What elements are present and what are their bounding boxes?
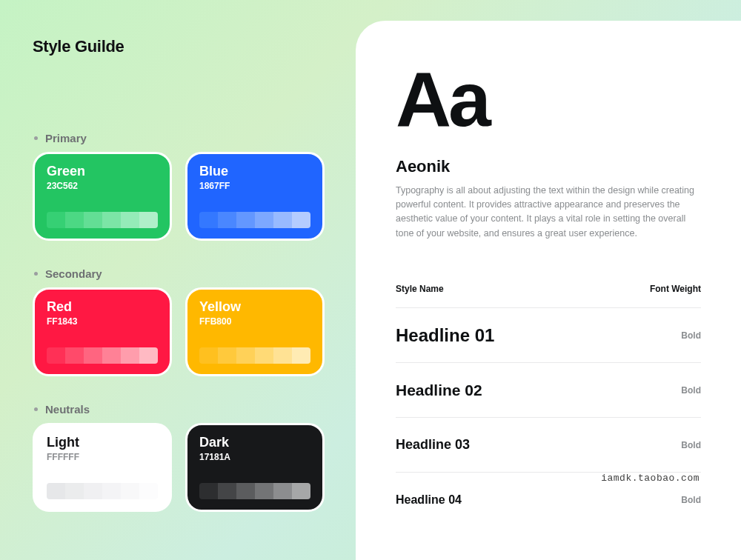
primary-color-row: Green 23C562 Blue 1867FF	[33, 152, 328, 241]
color-ramp-red	[47, 347, 158, 364]
color-hex: FFB800	[199, 316, 310, 327]
color-ramp-light	[47, 483, 158, 499]
col-font-weight: Font Weight	[650, 284, 701, 294]
neutrals-color-row: Light FFFFFF Dark 17181A	[33, 423, 328, 512]
color-hex: FFFFFF	[47, 452, 158, 462]
color-ramp-dark	[199, 483, 310, 499]
type-row-headline-02: Headline 02 Bold	[396, 363, 701, 418]
color-hex: 17181A	[199, 452, 310, 462]
font-name: Aeonik	[396, 157, 701, 176]
secondary-color-row: Red FF1843 Yellow FFB800	[33, 287, 328, 376]
style-weight: Bold	[681, 440, 701, 450]
section-label-secondary: Secondary	[33, 267, 328, 280]
color-name: Yellow	[199, 300, 310, 315]
watermark: iamdk.taobao.com	[601, 473, 700, 484]
section-label-primary: Primary	[33, 132, 328, 144]
style-name: Headline 03	[396, 437, 470, 453]
color-card-yellow: Yellow FFB800	[185, 287, 325, 376]
color-hex: FF1843	[47, 316, 158, 327]
color-name: Green	[47, 164, 158, 179]
style-weight: Bold	[681, 385, 701, 396]
style-weight: Bold	[681, 330, 701, 341]
color-name: Blue	[199, 164, 310, 179]
color-name: Red	[47, 300, 158, 315]
style-name: Headline 02	[396, 381, 482, 399]
left-panel: Style Guilde Primary Green 23C562 Blue 1…	[0, 0, 356, 560]
type-table-header: Style Name Font Weight	[396, 284, 701, 308]
font-description: Typography is all about adjusting the te…	[396, 184, 700, 241]
color-ramp-blue	[199, 212, 310, 228]
color-ramp-yellow	[199, 347, 310, 364]
color-card-green: Green 23C562	[33, 152, 172, 241]
page-title: Style Guilde	[33, 37, 328, 56]
type-specimen: Aa	[396, 65, 701, 135]
style-name: Headline 04	[396, 493, 462, 507]
color-card-red: Red FF1843	[33, 287, 172, 376]
color-hex: 1867FF	[199, 181, 310, 191]
color-hex: 23C562	[47, 181, 158, 191]
color-card-light: Light FFFFFF	[33, 423, 172, 512]
style-name: Headline 01	[396, 325, 494, 346]
color-card-blue: Blue 1867FF	[185, 152, 325, 241]
section-label-neutrals: Neutrals	[33, 403, 328, 416]
color-name: Light	[47, 436, 158, 450]
type-row-headline-01: Headline 01 Bold	[396, 308, 701, 363]
style-weight: Bold	[681, 495, 701, 505]
type-row-headline-03: Headline 03 Bold	[396, 418, 701, 473]
color-name: Dark	[199, 436, 310, 450]
right-panel: Aa Aeonik Typography is all about adjust…	[356, 21, 741, 560]
color-ramp-green	[47, 212, 158, 228]
color-card-dark: Dark 17181A	[185, 423, 325, 512]
col-style-name: Style Name	[396, 284, 444, 294]
